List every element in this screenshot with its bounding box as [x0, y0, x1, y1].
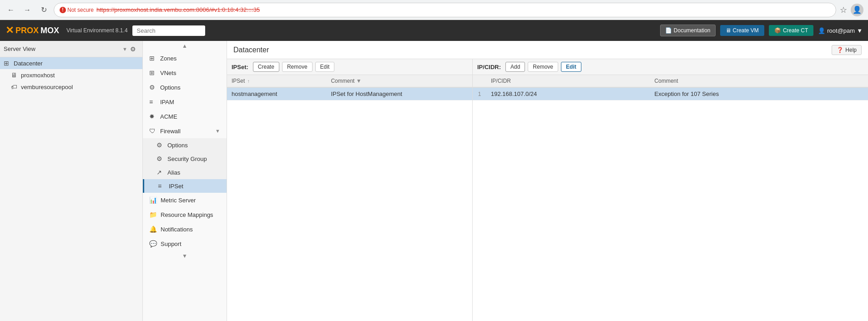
ipset-col-header[interactable]: IPSet ↑ [227, 75, 326, 87]
nav-item-options[interactable]: ⚙ Options [143, 80, 227, 95]
sidebar-item-datacenter[interactable]: ⊞ Datacenter [0, 57, 142, 69]
ipam-icon: ≡ [149, 98, 156, 105]
user-menu[interactable]: 👤 root@pam ▼ [818, 27, 863, 34]
user-dropdown-icon: ▼ [857, 27, 863, 34]
ipset-comment-cell: IPSet for HostManagement [326, 87, 472, 100]
scroll-down-button[interactable]: ▼ [143, 251, 227, 261]
ipset-toolbar: IPSet: Create Remove Edit [227, 59, 472, 75]
sidebar-item-proxmoxhost[interactable]: 🖥 proxmoxhost [0, 69, 142, 81]
proxmoxhost-icon: 🖥 [11, 71, 19, 79]
cidr-num-col-header [473, 75, 486, 87]
nav-item-metric-server[interactable]: 📊 Metric Server [143, 193, 227, 207]
scroll-up-button[interactable]: ▲ [143, 41, 227, 51]
create-vm-button[interactable]: 🖥 Create VM [720, 25, 764, 36]
cidr-ip-col-header[interactable]: IP/CIDR [486, 75, 650, 87]
cidr-ip-cell: 192.168.107.0/24 [486, 87, 650, 100]
nav-item-vnets[interactable]: ⊞ VNets [143, 65, 227, 80]
resourcepool-icon: 🏷 [11, 83, 19, 90]
content-area: Datacenter ❓ Help IPSet: Create Remove E… [227, 41, 868, 321]
forward-button[interactable]: → [21, 4, 34, 16]
table-row[interactable]: hostmanagement IPSet for HostManagement [227, 87, 472, 100]
logo-prox: PROX [15, 26, 39, 35]
nav-item-acme[interactable]: ✸ ACME [143, 109, 227, 124]
address-bar: ! Not secure https://proxmoxhost.india.v… [54, 3, 836, 17]
content-body: IPSet: Create Remove Edit IPSet ↑ [227, 59, 868, 321]
ipset-cell: hostmanagement [227, 87, 326, 100]
version-label: Virtual Environment 8.1.4 [66, 27, 128, 34]
user-icon: 👤 [818, 27, 825, 34]
firewall-icon: 🛡 [149, 127, 156, 135]
create-ct-icon: 📦 [774, 27, 781, 34]
not-secure-label: Not secure [67, 7, 94, 13]
cidr-add-button[interactable]: Add [505, 62, 525, 72]
datacenter-label: Datacenter [14, 60, 43, 67]
nav-item-notifications[interactable]: 🔔 Notifications [143, 222, 227, 236]
ipset-table-container: IPSet ↑ Comment ▼ [227, 75, 472, 321]
back-button[interactable]: ← [5, 4, 17, 16]
cidr-num-cell: 1 [473, 87, 486, 100]
not-secure-icon: ! [60, 7, 66, 13]
options-icon: ⚙ [149, 84, 156, 91]
ipset-comment-col-header[interactable]: Comment ▼ [326, 75, 472, 87]
nav-item-ipam[interactable]: ≡ IPAM [143, 95, 227, 109]
datacenter-icon: ⊞ [4, 60, 12, 67]
reload-button[interactable]: ↻ [37, 4, 50, 16]
not-secure-indicator: ! Not secure [60, 7, 94, 13]
cidr-comment-col-header[interactable]: Comment [650, 75, 868, 87]
ipset-edit-button[interactable]: Edit [315, 62, 335, 72]
security-group-icon: ⚙ [156, 155, 164, 162]
sidebar-dropdown-icon: ▼ [122, 46, 127, 52]
sidebar-gear-icon[interactable]: ⚙ [127, 45, 139, 54]
nav-item-resource-mappings[interactable]: 📁 Resource Mappings [143, 207, 227, 222]
nav-subitem-ipset[interactable]: ≡ IPSet [143, 179, 227, 193]
ipset-icon: ≡ [158, 182, 165, 190]
logo-x: ✕ [5, 25, 14, 36]
page-title: Datacenter [233, 46, 269, 54]
support-icon: 💬 [149, 240, 157, 247]
table-row[interactable]: 1 192.168.107.0/24 Exception for 107 Ser… [473, 87, 868, 100]
nav-subitem-security-group[interactable]: ⚙ Security Group [143, 152, 227, 166]
nav-subitem-options[interactable]: ⚙ Options [143, 138, 227, 152]
sort-icon: ↑ [247, 79, 250, 84]
cidr-remove-button[interactable]: Remove [528, 62, 558, 72]
topbar: ✕ PROX MOX Virtual Environment 8.1.4 📄 D… [0, 20, 868, 41]
metric-server-icon: 📊 [149, 196, 157, 204]
cidr-edit-button[interactable]: Edit [561, 62, 581, 72]
sidebar-item-vemburesourcepool[interactable]: 🏷 vemburesourcepool [0, 81, 142, 93]
cidr-comment-cell: Exception for 107 Series [650, 87, 868, 100]
nav-item-support[interactable]: 💬 Support [143, 236, 227, 251]
proxmoxhost-label: proxmoxhost [21, 72, 55, 79]
ipset-panel: IPSet: Create Remove Edit IPSet ↑ [227, 59, 473, 321]
nav-panel: ▲ ⊞ Zones ⊞ VNets ⚙ Options ≡ IPAM ✸ ACM… [143, 41, 227, 321]
search-input[interactable] [132, 25, 205, 36]
acme-icon: ✸ [149, 113, 156, 120]
cidr-table: IP/CIDR Comment 1 192.1 [473, 75, 868, 100]
ipset-create-button[interactable]: Create [253, 62, 279, 72]
doc-icon: 📄 [665, 27, 672, 34]
resourcepool-label: vemburesourcepool [21, 84, 73, 90]
create-vm-icon: 🖥 [726, 27, 731, 34]
cidr-table-container: IP/CIDR Comment 1 192.1 [473, 75, 868, 321]
documentation-button[interactable]: 📄 Documentation [660, 25, 716, 36]
bookmark-icon[interactable]: ☆ [840, 5, 847, 15]
firewall-expand-icon: ▼ [215, 128, 220, 134]
profile-avatar[interactable]: 👤 [851, 4, 863, 16]
comment-filter-icon: ▼ [356, 78, 362, 84]
nav-subitem-alias[interactable]: ↗ Alias [143, 166, 227, 179]
firewall-subnav: ⚙ Options ⚙ Security Group ↗ Alias ≡ IPS… [143, 138, 227, 193]
notifications-icon: 🔔 [149, 226, 157, 233]
nav-item-firewall[interactable]: 🛡 Firewall ▼ [143, 124, 227, 138]
nav-item-zones[interactable]: ⊞ Zones [143, 51, 227, 65]
help-button[interactable]: ❓ Help [832, 45, 862, 55]
ipset-table: IPSet ↑ Comment ▼ [227, 75, 472, 100]
ipset-label: IPSet: [232, 64, 248, 70]
ipset-remove-button[interactable]: Remove [282, 62, 313, 72]
vnets-icon: ⊞ [149, 69, 156, 76]
create-ct-button[interactable]: 📦 Create CT [769, 25, 813, 36]
app: ✕ PROX MOX Virtual Environment 8.1.4 📄 D… [0, 20, 868, 321]
cidr-panel: IP/CIDR: Add Remove Edit IP/CIDR [473, 59, 868, 321]
alias-icon: ↗ [156, 169, 164, 176]
main-area: Server View ▼ ⚙ ⊞ Datacenter 🖥 proxmoxho… [0, 41, 868, 321]
logo-mox: MOX [40, 26, 59, 35]
cidr-label: IP/CIDR: [477, 64, 501, 70]
